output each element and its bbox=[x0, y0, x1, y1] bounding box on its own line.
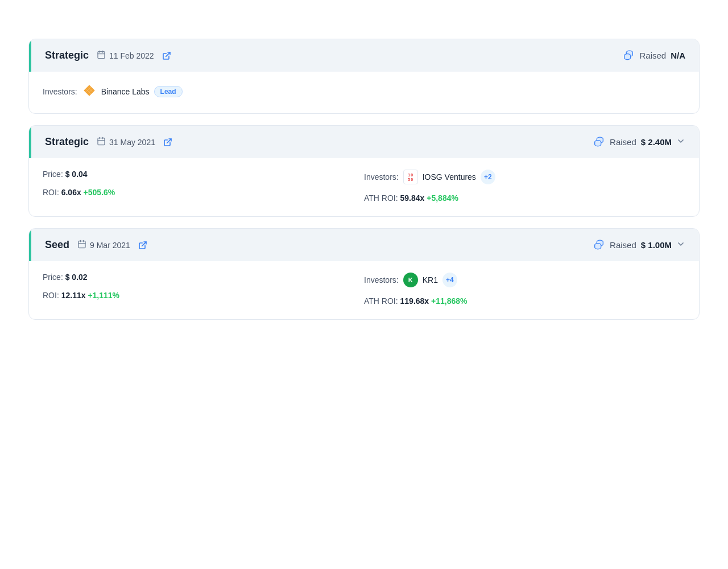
left-col: Price: $ 0.02 ROI: 12.11x +1,111% bbox=[43, 273, 364, 306]
roi-value: 6.06x bbox=[61, 188, 81, 197]
coins-icon bbox=[593, 135, 605, 149]
coins-icon bbox=[622, 48, 635, 63]
investor-name: IOSG Ventures bbox=[423, 172, 476, 182]
investor-logo: 1 0 5 6 bbox=[403, 170, 418, 184]
price-label: Price: bbox=[43, 273, 63, 282]
investors-label: Investors: bbox=[43, 87, 77, 96]
raised-value: N/A bbox=[671, 51, 685, 60]
price-row: Price: $ 0.04 bbox=[43, 170, 364, 179]
round-header-left: Strategic 11 Feb 2022 bbox=[45, 50, 171, 61]
investor-name: KR1 bbox=[423, 275, 438, 284]
round-header-right: Raised $ 1.00M bbox=[593, 238, 685, 252]
round-header-right: Raised N/A bbox=[622, 48, 685, 63]
investors-row: Investors: 1 0 5 6 IOSG Ventures +2 bbox=[364, 170, 685, 184]
svg-line-27 bbox=[142, 242, 146, 246]
investor-name: Binance Labs bbox=[101, 87, 150, 96]
round-header-left: Strategic 31 May 2021 bbox=[45, 136, 172, 148]
round-body-3: Price: $ 0.02 ROI: 12.11x +1,111% Invest… bbox=[29, 261, 699, 319]
ath-roi-pct: +5,884% bbox=[427, 193, 458, 203]
ath-roi-row: ATH ROI: 59.84x +5,884% bbox=[364, 193, 685, 203]
round-card-3: Seed 9 Mar 2021 Raised $ 1.00M bbox=[28, 228, 700, 320]
roi-pct: +1,111% bbox=[88, 291, 119, 300]
raised-label: Raised bbox=[610, 240, 636, 250]
calendar-icon bbox=[97, 137, 106, 147]
round-date: 11 Feb 2022 bbox=[97, 50, 154, 61]
round-type: Seed bbox=[45, 239, 69, 251]
round-header-right: Raised $ 2.40M bbox=[593, 135, 685, 149]
round-body-1: Investors: Binance Labs Lead bbox=[29, 72, 699, 113]
round-date: 9 Mar 2021 bbox=[77, 240, 130, 250]
roi-label: ROI: bbox=[43, 291, 59, 300]
roi-row: ROI: 12.11x +1,111% bbox=[43, 291, 364, 300]
round-header-left: Seed 9 Mar 2021 bbox=[45, 239, 147, 251]
coins-icon bbox=[593, 238, 605, 252]
round-details-grid: Price: $ 0.02 ROI: 12.11x +1,111% Invest… bbox=[43, 273, 685, 306]
svg-line-4 bbox=[166, 52, 169, 56]
iosg-logo: 1 0 5 6 bbox=[403, 170, 418, 184]
chevron-down-icon[interactable] bbox=[676, 240, 685, 250]
ath-roi-value: 119.68x bbox=[400, 296, 429, 306]
right-col: Investors: 1 0 5 6 IOSG Ventures +2 ATH … bbox=[364, 170, 685, 203]
price-value: $ 0.04 bbox=[65, 170, 88, 179]
round-card-1: Strategic 11 Feb 2022 Raised N/A bbox=[28, 39, 700, 114]
investor-logo: K bbox=[403, 273, 418, 287]
external-link-icon[interactable] bbox=[138, 241, 147, 250]
ath-roi-row: ATH ROI: 119.68x +11,868% bbox=[364, 296, 685, 306]
ath-roi-pct: +11,868% bbox=[431, 296, 467, 306]
round-date: 31 May 2021 bbox=[97, 137, 155, 147]
svg-rect-16 bbox=[98, 138, 105, 145]
svg-rect-0 bbox=[98, 52, 105, 59]
kr1-logo: K bbox=[403, 273, 418, 287]
right-col: Investors: K KR1 +4 ATH ROI: 119.68x +11… bbox=[364, 273, 685, 306]
price-value: $ 0.02 bbox=[65, 273, 88, 282]
ath-roi-label: ATH ROI: bbox=[364, 296, 398, 306]
roi-label: ROI: bbox=[43, 188, 59, 197]
rounds-container: Strategic 11 Feb 2022 Raised N/A bbox=[28, 39, 700, 320]
investors-row: Investors: Binance Labs Lead bbox=[43, 83, 685, 100]
roi-row: ROI: 6.06x +505.6% bbox=[43, 188, 364, 197]
ath-roi-label: ATH ROI: bbox=[364, 193, 398, 203]
round-type: Strategic bbox=[45, 136, 89, 148]
round-body-2: Price: $ 0.04 ROI: 6.06x +505.6% Investo… bbox=[29, 158, 699, 216]
chevron-down-icon[interactable] bbox=[676, 137, 685, 147]
investors-label: Investors: bbox=[364, 275, 399, 284]
calendar-icon bbox=[97, 50, 106, 61]
external-link-icon[interactable] bbox=[162, 51, 171, 60]
investors-label: Investors: bbox=[364, 172, 399, 182]
calendar-icon bbox=[77, 240, 86, 250]
roi-pct: +505.6% bbox=[84, 188, 115, 197]
svg-line-20 bbox=[167, 139, 171, 143]
ath-roi-value: 59.84x bbox=[400, 193, 425, 203]
round-header-3: Seed 9 Mar 2021 Raised $ 1.00M bbox=[29, 229, 699, 261]
svg-rect-23 bbox=[78, 241, 85, 248]
round-details-grid: Price: $ 0.04 ROI: 6.06x +505.6% Investo… bbox=[43, 170, 685, 203]
external-link-icon[interactable] bbox=[163, 138, 172, 147]
left-col: Price: $ 0.04 ROI: 6.06x +505.6% bbox=[43, 170, 364, 203]
price-row: Price: $ 0.02 bbox=[43, 273, 364, 282]
roi-value: 12.11x bbox=[61, 291, 86, 300]
round-card-2: Strategic 31 May 2021 Raised $ 2.40M bbox=[28, 125, 700, 217]
round-header-1: Strategic 11 Feb 2022 Raised N/A bbox=[29, 39, 699, 72]
raised-label: Raised bbox=[639, 51, 666, 60]
price-label: Price: bbox=[43, 170, 63, 179]
investors-extra-badge[interactable]: +4 bbox=[442, 273, 457, 287]
raised-label: Raised bbox=[610, 137, 636, 147]
investors-row: Investors: K KR1 +4 bbox=[364, 273, 685, 287]
raised-value: $ 2.40M bbox=[641, 137, 672, 147]
investor-logo bbox=[82, 83, 97, 100]
lead-badge: Lead bbox=[154, 86, 183, 97]
investors-extra-badge[interactable]: +2 bbox=[481, 170, 495, 184]
round-type: Strategic bbox=[45, 50, 89, 61]
raised-value: $ 1.00M bbox=[641, 240, 672, 250]
round-header-2: Strategic 31 May 2021 Raised $ 2.40M bbox=[29, 126, 699, 158]
